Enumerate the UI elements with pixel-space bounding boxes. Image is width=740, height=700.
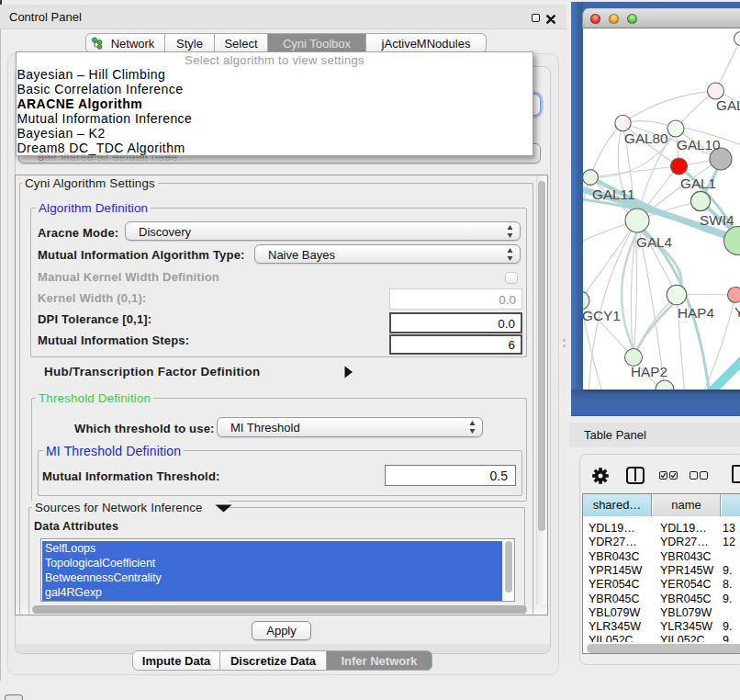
svg-text:GAL4: GAL4 [636, 234, 673, 250]
svg-text:GCY1: GCY1 [583, 308, 621, 323]
svg-text:HAP2: HAP2 [631, 364, 667, 379]
svg-text:GAL80: GAL80 [624, 130, 668, 146]
svg-text:GAL11: GAL11 [592, 186, 635, 202]
svg-text:GAL8: GAL8 [716, 97, 740, 113]
svg-text:YJ: YJ [734, 304, 740, 320]
svg-text:GAL1: GAL1 [680, 175, 716, 191]
svg-text:SWI4: SWI4 [700, 212, 734, 228]
svg-text:HAP4: HAP4 [678, 305, 714, 321]
svg-text:GAL10: GAL10 [677, 137, 721, 152]
